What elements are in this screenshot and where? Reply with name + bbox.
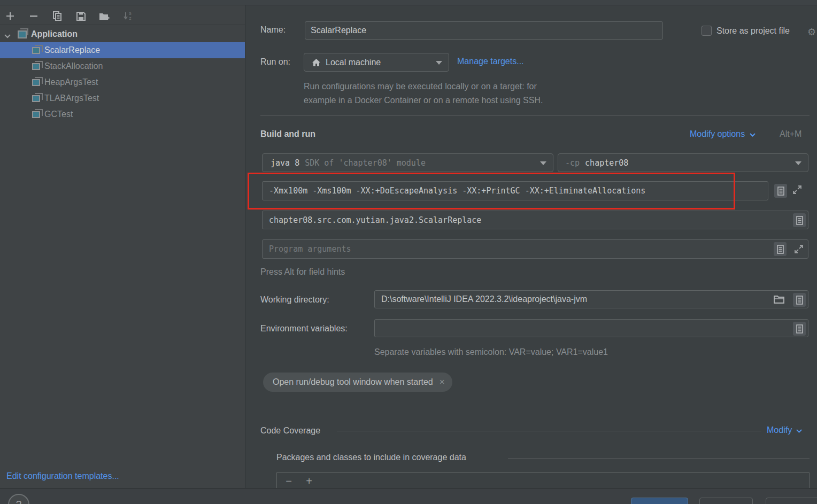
close-icon[interactable]: × — [440, 377, 445, 387]
run-on-dropdown[interactable]: Local machine — [304, 53, 449, 72]
application-icon — [32, 79, 40, 86]
section-divider — [260, 115, 810, 116]
edit-configuration-templates-link[interactable]: Edit configuration templates... — [6, 471, 119, 481]
tree-item-tlabargstest[interactable]: TLABArgsTest — [0, 90, 245, 106]
environment-variables-hint: Separate variables with semicolon: VAR=v… — [374, 347, 608, 357]
coverage-packages-label: Packages and classes to include in cover… — [276, 453, 466, 462]
vm-options-value: -Xmx100m -Xms100m -XX:+DoEscapeAnalysis … — [269, 186, 645, 196]
configurations-tree: Application ScalarReplace StackAllocatio… — [0, 26, 245, 122]
tree-item-label: TLABArgsTest — [44, 94, 99, 103]
sort-configurations-button[interactable]: a z — [122, 10, 134, 22]
name-label: Name: — [260, 25, 286, 35]
program-arguments-placeholder: Program arguments — [269, 244, 351, 254]
ok-button[interactable]: OK — [631, 498, 688, 504]
name-input[interactable] — [305, 26, 662, 35]
tree-item-label: ScalarReplace — [44, 45, 100, 55]
chevron-down-icon[interactable] — [4, 31, 11, 40]
minus-icon — [29, 12, 38, 20]
tree-item-label: StackAllocation — [44, 61, 103, 71]
working-directory-browse-button[interactable] — [774, 295, 784, 306]
run-debug-configurations-dialog: a z Application ScalarReplace StackAlloc… — [0, 0, 817, 504]
tree-item-label: GCTest — [44, 110, 73, 119]
tree-node-application[interactable]: Application — [0, 26, 245, 42]
working-directory-macros-button[interactable] — [793, 293, 806, 307]
run-on-hint-line1: Run configurations may be executed local… — [304, 82, 537, 91]
main-class-field[interactable]: chapter08.src.com.yutian.java2.ScalarRep… — [262, 211, 808, 229]
sort-az-icon: a z — [123, 11, 133, 21]
tree-item-heapargstest[interactable]: HeapArgsTest — [0, 74, 245, 90]
modify-options-link[interactable]: Modify options — [690, 129, 756, 139]
dropdown-arrow-icon — [540, 161, 546, 165]
list-icon — [796, 324, 803, 334]
jdk-dropdown[interactable]: java 8 SDK of 'chapter08' module — [262, 153, 553, 172]
chevron-down-icon — [796, 429, 802, 433]
jdk-hint: SDK of 'chapter08' module — [305, 158, 426, 168]
store-as-project-file-checkbox[interactable] — [702, 26, 712, 36]
chevron-down-icon — [750, 133, 756, 137]
copy-configuration-button[interactable] — [51, 10, 63, 22]
coverage-add-button[interactable]: + — [303, 475, 315, 487]
sidebar-divider — [245, 5, 245, 488]
program-arguments-field[interactable]: Program arguments — [262, 239, 808, 259]
dropdown-arrow-icon — [436, 61, 442, 65]
sidebar-toolbar: a z — [0, 7, 245, 25]
cancel-button[interactable]: Cancel — [699, 498, 753, 504]
svg-text:z: z — [129, 16, 132, 21]
gear-icon[interactable]: ⚙ — [807, 26, 816, 38]
chip-label: Open run/debug tool window when started — [273, 377, 433, 387]
application-icon — [32, 111, 40, 118]
open-run-tool-window-chip[interactable]: Open run/debug tool window when started … — [263, 373, 452, 392]
dialog-top-strip — [0, 0, 817, 5]
list-icon — [777, 245, 784, 254]
sidebar-toolbar-separator — [0, 25, 245, 25]
run-on-value: Local machine — [326, 58, 381, 67]
add-configuration-button[interactable] — [4, 10, 16, 22]
press-alt-hint: Press Alt for field hints — [260, 267, 345, 277]
tree-item-scalarreplace[interactable]: ScalarReplace — [0, 42, 245, 58]
environment-variables-field[interactable] — [374, 319, 808, 337]
remove-configuration-button[interactable] — [28, 10, 40, 22]
working-directory-label: Working directory: — [260, 295, 329, 305]
manage-targets-link[interactable]: Manage targets... — [457, 57, 524, 66]
environment-variables-browse-button[interactable] — [793, 322, 806, 336]
program-arguments-expand-button[interactable] — [794, 244, 804, 256]
store-as-project-file-label: Store as project file — [716, 26, 790, 36]
working-directory-value: D:\software\IntelliJ IDEA 2022.3.2\ideap… — [381, 294, 587, 304]
main-class-value: chapter08.src.com.yutian.java2.ScalarRep… — [269, 215, 481, 225]
modify-options-label: Modify options — [690, 129, 745, 138]
vm-options-expand-button[interactable] — [792, 185, 802, 196]
application-icon — [32, 63, 40, 70]
save-configuration-button[interactable] — [75, 10, 87, 22]
vm-options-field[interactable]: -Xmx100m -Xms100m -XX:+DoEscapeAnalysis … — [262, 181, 768, 200]
list-icon — [796, 296, 803, 305]
classpath-prefix: -cp — [565, 158, 580, 168]
code-coverage-divider — [337, 431, 761, 431]
folder-icon — [774, 295, 784, 304]
save-icon — [76, 12, 86, 21]
coverage-remove-button[interactable]: − — [282, 475, 295, 487]
application-icon — [32, 47, 40, 54]
coverage-packages-table: − + — [276, 472, 810, 488]
working-directory-field[interactable]: D:\software\IntelliJ IDEA 2022.3.2\ideap… — [374, 290, 808, 308]
program-arguments-macros-button[interactable] — [774, 242, 787, 256]
classpath-dropdown[interactable]: -cp chapter08 — [558, 153, 808, 172]
coverage-packages-divider — [508, 458, 810, 459]
tree-root-label: Application — [31, 29, 78, 39]
vm-options-macros-button[interactable] — [774, 184, 787, 198]
list-icon — [777, 187, 784, 196]
apply-button[interactable]: Apply — [766, 498, 817, 504]
run-on-hint-line2: example in a Docker Container or on a re… — [304, 96, 543, 105]
new-folder-icon — [99, 12, 110, 21]
main-class-browse-button[interactable] — [793, 213, 806, 227]
new-folder-button[interactable] — [98, 10, 110, 22]
modify-label: Modify — [767, 425, 792, 435]
code-coverage-modify-link[interactable]: Modify — [767, 425, 802, 435]
tree-item-gctest[interactable]: GCTest — [0, 106, 245, 122]
tree-item-stackallocation[interactable]: StackAllocation — [0, 58, 245, 74]
environment-variables-label: Environment variables: — [260, 324, 348, 334]
dropdown-arrow-icon — [795, 161, 801, 165]
home-icon — [312, 58, 321, 67]
expand-icon — [794, 244, 804, 254]
classpath-value: chapter08 — [585, 158, 628, 168]
name-field[interactable] — [305, 21, 663, 40]
